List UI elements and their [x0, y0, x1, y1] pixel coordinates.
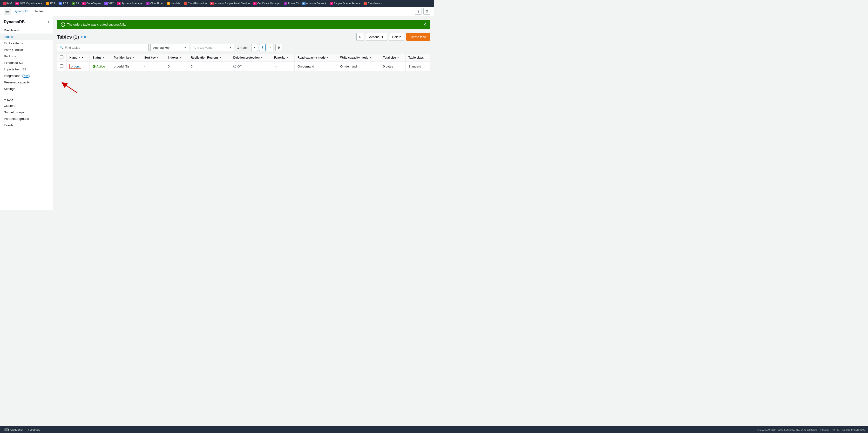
nav-item-aws-org[interactable]: A AWS Organizations	[14, 1, 44, 5]
sidebar-item-subnet-groups[interactable]: Subnet groups	[0, 109, 53, 116]
nav-item-certmgr[interactable]: C Certificate Manager	[252, 1, 282, 5]
create-label: Create table	[410, 35, 427, 39]
nav-item-sqs[interactable]: S Simple Queue Service	[329, 1, 361, 5]
sidebar-item-events[interactable]: Events	[0, 122, 53, 128]
pk-sort-icon: ▼	[132, 56, 134, 59]
sidebar-item-clusters[interactable]: Clusters	[0, 102, 53, 109]
sidebar-collapse-button[interactable]: ‹	[48, 20, 49, 24]
bedrock-icon: A	[302, 2, 306, 5]
sidebar-item-imports[interactable]: Imports from S3	[0, 66, 53, 72]
prev-page-button[interactable]: ‹	[251, 44, 258, 51]
rcap-sort-icon: ▼	[327, 56, 329, 59]
delete-button[interactable]: Delete	[389, 33, 405, 41]
match-info: 1 match	[237, 46, 248, 50]
actions-chevron-icon: ▼	[381, 35, 384, 39]
vpc-icon: V	[104, 2, 108, 5]
table-name-link[interactable]: orders	[69, 64, 81, 69]
header-status[interactable]: Status ▼	[90, 54, 111, 62]
sidebar-item-backups[interactable]: Backups	[0, 53, 53, 60]
favorite-star-icon[interactable]: ☆	[274, 65, 277, 68]
hamburger-icon	[5, 12, 9, 13]
nav-item-route53[interactable]: R Route 53	[283, 1, 300, 5]
header-partition-key[interactable]: Partition key ▼	[111, 54, 141, 62]
refresh-button[interactable]: ↻	[356, 33, 364, 41]
hamburger-icon	[5, 10, 9, 10]
name-filter-icon: ▼	[82, 56, 84, 59]
cell-read-cap: On-demand	[294, 62, 337, 71]
create-table-button[interactable]: Create table	[406, 33, 430, 41]
fav-sort-icon: ▼	[286, 56, 288, 59]
search-box[interactable]: 🔍	[57, 44, 149, 51]
nav-item-codedeploy[interactable]: C CodeDeploy	[81, 1, 102, 5]
tag-value-select[interactable]: Any tag value ▼	[191, 44, 235, 51]
header-table-class[interactable]: Table class	[405, 54, 430, 62]
header-sort-key[interactable]: Sort key ▼	[141, 54, 165, 62]
sidebar-item-integrations[interactable]: Integrations New	[0, 72, 53, 79]
nav-item-lambda[interactable]: λ Lambda	[166, 1, 182, 5]
settings-icon-button[interactable]: ⚙	[424, 8, 430, 15]
pagination: ‹ 1 ›	[251, 44, 273, 51]
sidebar-divider	[0, 94, 53, 94]
row-checkbox[interactable]	[60, 64, 63, 68]
success-check-icon: ✓	[61, 23, 65, 27]
deletion-protection-value: Off	[233, 65, 268, 68]
tag-key-chevron-icon: ▼	[184, 46, 186, 49]
header-replication[interactable]: Replication Regions ▼	[188, 54, 230, 62]
column-settings-button[interactable]: ⚙	[275, 44, 282, 51]
info-link[interactable]: Info	[81, 35, 86, 38]
header-indexes[interactable]: Indexes ▼	[165, 54, 188, 62]
nav-item-cloudwatch[interactable]: C CloudWatch	[362, 1, 383, 5]
status-dot-icon	[93, 65, 95, 68]
tables-container: Name ▲ ▼ Status ▼	[57, 53, 430, 71]
header-favorite[interactable]: Favorite ▼	[271, 54, 294, 62]
cell-status: Active	[90, 62, 111, 71]
breadcrumb-service-link[interactable]: DynamoDB	[13, 9, 29, 13]
rep-sort-icon: ▼	[220, 56, 222, 59]
nav-item-cloudfront[interactable]: C CloudFront	[145, 1, 164, 5]
search-input[interactable]	[65, 46, 146, 50]
nav-item-cloudformation[interactable]: C CloudFormation	[183, 1, 208, 5]
status-badge: Active	[93, 65, 108, 68]
cell-deletion: Off	[230, 62, 271, 71]
info-icon-button[interactable]: ℹ	[415, 8, 422, 15]
sidebar-item-settings[interactable]: Settings	[0, 86, 53, 92]
sidebar: DynamoDB ‹ Dashboard Tables Explore item…	[0, 16, 53, 210]
sidebar-title: DynamoDB ‹	[0, 19, 53, 27]
sidebar-item-partiql[interactable]: PartiQL editor	[0, 47, 53, 53]
sidebar-item-explore[interactable]: Explore items	[0, 40, 53, 47]
next-page-button[interactable]: ›	[267, 44, 273, 51]
cell-write-cap: On-demand	[337, 62, 380, 71]
table-header: Name ▲ ▼ Status ▼	[57, 54, 430, 62]
sidebar-item-tables[interactable]: Tables	[0, 33, 53, 40]
nav-item-vpc[interactable]: V VPC	[103, 1, 115, 5]
nav-item-sysmgr[interactable]: S Systems Manager	[116, 1, 144, 5]
header-write-cap[interactable]: Write capacity mode ▼	[337, 54, 380, 62]
sidebar-item-reserved[interactable]: Reserved capacity	[0, 79, 53, 86]
sidebar-item-exports[interactable]: Exports to S3	[0, 60, 53, 66]
sk-sort-icon: ▼	[157, 56, 159, 59]
sqs-icon: S	[330, 2, 333, 5]
header-read-cap[interactable]: Read capacity mode ▼	[294, 54, 337, 62]
nav-item-iam[interactable]: I IAM	[2, 1, 13, 5]
sidebar-item-param-groups[interactable]: Parameter groups	[0, 116, 53, 122]
header-total-size[interactable]: Total size ▼	[380, 54, 405, 62]
tag-key-select[interactable]: Any tag key ▼	[151, 44, 189, 51]
banner-close-button[interactable]: ✕	[423, 22, 426, 27]
nav-item-rds[interactable]: R RDS	[57, 1, 69, 5]
actions-button[interactable]: Actions ▼	[366, 33, 387, 41]
current-page: 1	[259, 44, 266, 51]
header-name[interactable]: Name ▲ ▼	[66, 54, 90, 62]
nav-item-bedrock[interactable]: A Amazon Bedrock	[301, 1, 328, 5]
menu-toggle-button[interactable]	[4, 8, 10, 15]
cell-total-size: 0 bytes	[380, 62, 405, 71]
nav-item-ec2[interactable]: E EC2	[44, 1, 56, 5]
search-icon: 🔍	[60, 46, 63, 50]
sidebar-item-dashboard[interactable]: Dashboard	[0, 27, 53, 33]
nav-item-ses[interactable]: A Amazon Simple Email Service	[209, 1, 251, 5]
dax-arrow-icon: ▼	[4, 99, 6, 101]
deletion-off-icon	[233, 65, 236, 68]
cloudfront-icon: C	[146, 2, 150, 5]
header-deletion[interactable]: Deletion protection ▼	[230, 54, 271, 62]
select-all-checkbox[interactable]	[60, 56, 63, 59]
nav-item-s3[interactable]: S S3	[70, 1, 80, 5]
